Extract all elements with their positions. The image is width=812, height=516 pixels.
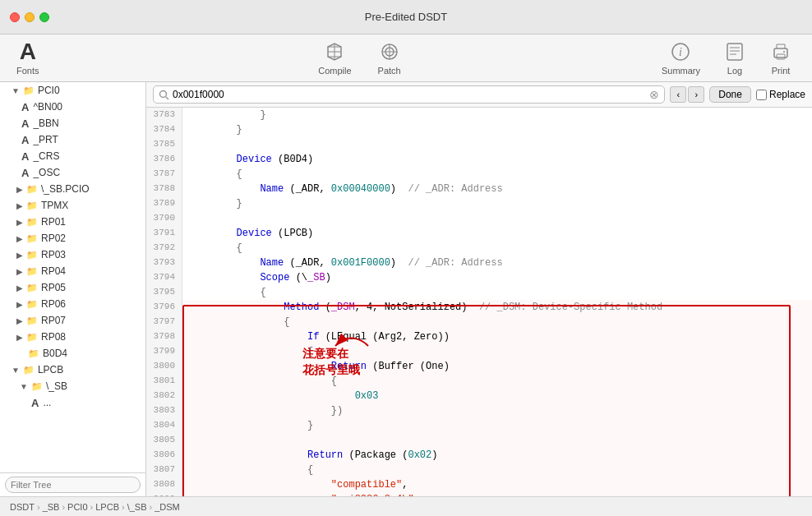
sidebar-item-rp06[interactable]: ▶ 📁 RP06 <box>0 296 145 312</box>
patch-label: Patch <box>378 66 401 76</box>
patch-button[interactable]: Patch <box>368 37 411 79</box>
replace-label: Replace <box>769 89 805 100</box>
breadcrumb-dsm: _DSM <box>155 502 180 512</box>
sb-arrow: ▼ <box>20 382 28 391</box>
sidebar-item-rp07[interactable]: ▶ 📁 RP07 <box>0 312 145 329</box>
compile-label: Compile <box>318 66 351 76</box>
search-input-wrap: ⊗ <box>153 85 665 104</box>
code-line-3799: 3799 { <box>146 344 812 359</box>
code-line-3795: 3795 { <box>146 285 812 300</box>
code-line-3787: 3787 { <box>146 167 812 182</box>
title-bar: Pre-Edited DSDT <box>0 0 812 35</box>
breadcrumb-sb: _SB <box>43 502 60 512</box>
sidebar-item-rp08[interactable]: ▶ 📁 RP08 <box>0 329 145 345</box>
sidebar-item-dsm[interactable]: A ... <box>0 394 145 411</box>
breadcrumb-pcio: PCI0 <box>67 502 87 512</box>
search-clear-button[interactable]: ⊗ <box>649 88 659 101</box>
svg-rect-10 <box>774 48 787 58</box>
dsm-font-icon: A <box>31 397 39 409</box>
rp02-folder-icon: 📁 <box>26 233 38 244</box>
summary-button[interactable]: i Summary <box>652 37 710 79</box>
code-line-3800: 3800 Return (Buffer (One) <box>146 359 812 374</box>
sidebar-item-bn00[interactable]: A ^BN00 <box>0 99 145 115</box>
sidebar-item-rp02[interactable]: ▶ 📁 RP02 <box>0 230 145 246</box>
replace-checkbox[interactable] <box>756 90 767 100</box>
sidebar-item-prt[interactable]: A _PRT <box>0 131 145 148</box>
sidebar-item-rp04[interactable]: ▶ 📁 RP04 <box>0 263 145 279</box>
svg-line-14 <box>166 97 168 99</box>
code-line-3801: 3801 { <box>146 374 812 389</box>
print-button[interactable]: Print <box>759 37 802 79</box>
breadcrumb-sb2: \_SB <box>127 502 147 512</box>
code-line-3793: 3793 Name (_ADR, 0x001F0000) // _ADR: Ad… <box>146 256 812 270</box>
sidebar-item-tpmx[interactable]: ▶ 📁 TPMX <box>0 197 145 214</box>
lpcb-arrow: ▼ <box>12 366 20 375</box>
left-annotation-arrow <box>302 329 385 362</box>
code-line-3791: 3791 Device (LPCB) <box>146 226 812 241</box>
sidebar-item-osc[interactable]: A _OSC <box>0 164 145 181</box>
code-line-3798: 3798 If (LEqual (Arg2, Zero)) <box>146 329 812 344</box>
sidebar-item-rp05[interactable]: ▶ 📁 RP05 <box>0 279 145 296</box>
sbpcio-folder-icon: 📁 <box>26 184 38 195</box>
sb-folder-icon: 📁 <box>31 381 43 392</box>
code-line-3802: 3802 0x03 <box>146 389 812 403</box>
sidebar-filter-area <box>0 472 145 496</box>
rp08-folder-icon: 📁 <box>26 332 38 343</box>
window-title: Pre-Edited DSDT <box>365 11 447 23</box>
minimize-button[interactable] <box>25 12 35 22</box>
pci0-folder-icon: 📁 <box>23 85 35 96</box>
code-editor[interactable]: 3783 } 3784 } 3785 3786 Device (B0D4) <box>146 108 812 496</box>
sidebar-item-crs[interactable]: A _CRS <box>0 148 145 164</box>
code-area: ⊗ ‹ › Done Replace 3783 } 3784 <box>146 82 812 496</box>
log-button[interactable]: Log <box>713 37 756 79</box>
search-navigation: ‹ › <box>670 86 704 103</box>
summary-label: Summary <box>662 66 700 76</box>
sbpcio-arrow: ▶ <box>16 185 23 194</box>
code-line-3785: 3785 <box>146 137 812 152</box>
toolbar: A Fonts Compile Patch <box>0 35 812 82</box>
search-icon <box>159 90 169 100</box>
code-line-3784: 3784 } <box>146 122 812 137</box>
code-line-3807: 3807 { <box>146 463 812 477</box>
svg-point-12 <box>783 51 785 53</box>
breadcrumb-bar: DSDT › _SB › PCI0 › LPCB › \_SB › _DSM <box>0 496 812 516</box>
maximize-button[interactable] <box>39 12 49 22</box>
search-prev-button[interactable]: ‹ <box>670 86 686 103</box>
code-line-3803: 3803 }) <box>146 403 812 418</box>
sidebar-item-lpcb[interactable]: ▼ 📁 LPCB <box>0 362 145 378</box>
sidebar-item-sbpcio[interactable]: ▶ 📁 \_SB.PCIO <box>0 181 145 197</box>
toolbar-center: Compile Patch <box>67 37 652 79</box>
main-area: ▼ 📁 PCI0 A ^BN00 A _BBN A _PRT A _CRS <box>0 82 812 496</box>
log-label: Log <box>727 66 742 76</box>
close-button[interactable] <box>10 12 20 22</box>
svg-point-13 <box>160 90 167 97</box>
code-line-3790: 3790 <box>146 211 812 226</box>
code-line-3783: 3783 } <box>146 108 812 122</box>
print-label: Print <box>772 66 791 76</box>
lpcb-folder-icon: 📁 <box>23 365 35 375</box>
code-line-3788: 3788 Name (_ADR, 0x00040000) // _ADR: Ad… <box>146 182 812 196</box>
filter-tree-input[interactable] <box>5 477 141 493</box>
sidebar-item-rp01[interactable]: ▶ 📁 RP01 <box>0 214 145 230</box>
sidebar-item-pci0[interactable]: ▼ 📁 PCI0 <box>0 82 145 99</box>
code-line-3789: 3789 } <box>146 196 812 211</box>
fonts-button[interactable]: A Fonts <box>10 37 46 79</box>
replace-checkbox-area: Replace <box>756 89 805 100</box>
fonts-icon: A <box>20 40 36 63</box>
compile-button[interactable]: Compile <box>308 37 361 79</box>
window-controls <box>10 12 49 22</box>
right-annotation-arrow <box>697 490 796 496</box>
svg-text:i: i <box>680 46 683 58</box>
code-line-3796: 3796 Method (_DSM, 4, NotSerialized) // … <box>146 300 812 315</box>
done-button[interactable]: Done <box>709 86 751 103</box>
sidebar-item-b0d4[interactable]: 📁 B0D4 <box>0 345 145 362</box>
sidebar-item-rp03[interactable]: ▶ 📁 RP03 <box>0 246 145 263</box>
bbn-font-icon: A <box>21 117 29 130</box>
compile-icon <box>323 40 346 63</box>
search-next-button[interactable]: › <box>688 86 704 103</box>
sidebar-item-bbn[interactable]: A _BBN <box>0 115 145 131</box>
breadcrumb-dsdt: DSDT <box>10 502 35 512</box>
search-input[interactable] <box>173 89 646 100</box>
code-line-3786: 3786 Device (B0D4) <box>146 152 812 167</box>
sidebar-item-sb[interactable]: ▼ 📁 \_SB <box>0 378 145 394</box>
